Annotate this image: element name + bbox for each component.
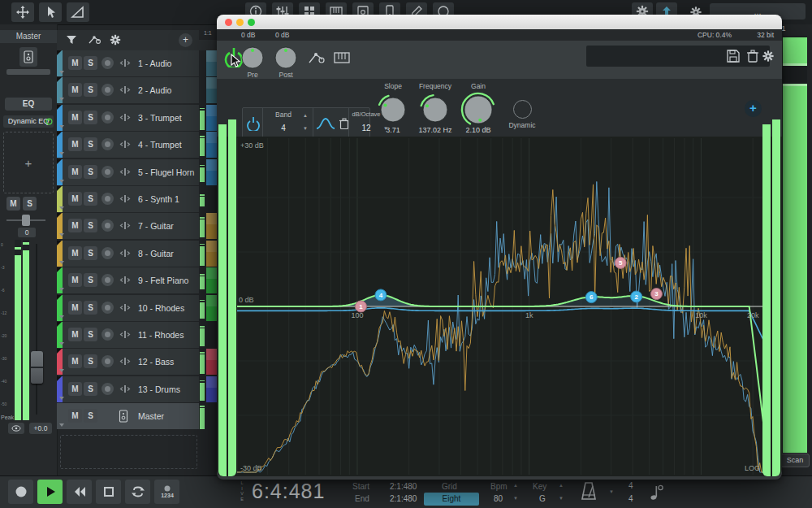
track-expand-arrow[interactable] <box>59 423 64 427</box>
track-expand-arrow[interactable] <box>59 152 64 155</box>
track-solo-button[interactable]: S <box>84 301 97 315</box>
meter-scale-label[interactable]: -50 <box>1 402 11 406</box>
dynamic-label[interactable]: Dynamic <box>498 121 546 129</box>
monitor-icon[interactable] <box>119 112 132 123</box>
end-label[interactable]: End <box>355 494 369 503</box>
plugin-settings-gear-icon[interactable] <box>761 49 775 63</box>
seg[interactable] <box>348 108 349 139</box>
track-expand-arrow[interactable] <box>59 233 64 237</box>
band-up-arrow[interactable]: ▲ <box>303 113 308 118</box>
tempo-note-icon[interactable] <box>648 483 667 502</box>
track-name[interactable]: 11 - Rhodes <box>138 322 184 348</box>
track-mini-meter-peak[interactable] <box>200 380 205 382</box>
track-mini-meter-peak[interactable] <box>200 406 205 407</box>
record-arm-dot[interactable] <box>105 332 110 337</box>
track-solo-button[interactable]: S <box>84 219 97 232</box>
minimize-button[interactable] <box>236 19 244 26</box>
filter-icon[interactable] <box>65 34 78 46</box>
plugin-info-bar[interactable]: 0 dB0 dBCPU: 0.4%32 bit <box>217 29 782 41</box>
track-expand-arrow[interactable] <box>59 206 64 210</box>
clip-block-hi[interactable] <box>206 77 217 89</box>
record-arm-button[interactable] <box>102 302 114 314</box>
track-mini-meter-peak[interactable] <box>200 326 205 328</box>
post-knob[interactable] <box>270 42 301 73</box>
track-solo-button[interactable]: S <box>84 165 97 179</box>
pan-handle[interactable] <box>22 215 30 226</box>
track-expand-arrow[interactable] <box>59 180 64 183</box>
channel-meter-fill[interactable] <box>15 255 21 420</box>
track-name[interactable]: 8 - Guitar <box>138 241 174 267</box>
frequency-knob[interactable] <box>418 93 452 127</box>
channel-meter-peak[interactable] <box>15 247 21 250</box>
seg[interactable] <box>262 108 263 139</box>
track-mini-meter[interactable] <box>200 408 205 429</box>
track-mute-button[interactable]: M <box>68 137 82 151</box>
insert-add-slot[interactable]: + <box>3 132 54 193</box>
pre-knob[interactable] <box>237 42 268 73</box>
keyboard-icon[interactable] <box>334 52 350 64</box>
track-row[interactable]: MS9 - Felt Piano <box>57 267 199 293</box>
eq-band-node[interactable]: 1 <box>355 301 366 312</box>
track-mute-button[interactable]: M <box>68 328 82 341</box>
bell-curve-icon[interactable] <box>316 116 335 131</box>
record-arm-dot[interactable] <box>105 196 110 202</box>
track-row[interactable]: MS5 - Flugel Horn <box>57 159 199 185</box>
plugin-level-meter[interactable] <box>762 119 780 476</box>
track-mini-meter[interactable] <box>200 276 205 289</box>
track-row[interactable]: MS2 - Audio <box>57 77 199 103</box>
track-mini-meter-peak[interactable] <box>200 352 205 354</box>
track-mute-button[interactable]: M <box>68 273 82 287</box>
track-solo-button[interactable]: S <box>84 328 97 341</box>
gain-knob[interactable] <box>460 91 497 128</box>
count-in-button[interactable]: 1234 <box>154 480 179 504</box>
band-label[interactable]: Band <box>266 111 301 119</box>
monitor-icon[interactable] <box>119 58 132 68</box>
automation-icon[interactable] <box>308 50 326 67</box>
meter-scale-label[interactable]: -6 <box>1 288 11 293</box>
seg[interactable] <box>313 108 313 139</box>
clip-block-hi[interactable] <box>206 241 217 252</box>
monitor-icon[interactable] <box>119 248 132 258</box>
meter-scale-label[interactable]: 0 <box>1 242 11 247</box>
outer-meter-peak-line[interactable] <box>783 63 807 66</box>
track-mute-button[interactable]: M <box>68 165 82 179</box>
clip-corner[interactable] <box>57 50 62 55</box>
slope-label[interactable]: Slope <box>369 82 417 90</box>
grid-value-button[interactable]: Eight <box>424 493 479 506</box>
loop-button[interactable] <box>125 480 150 504</box>
automation-icon[interactable] <box>88 34 101 46</box>
record-arm-dot[interactable] <box>105 87 110 93</box>
track-name[interactable]: 7 - Guitar <box>138 213 174 239</box>
zoom-button[interactable] <box>248 19 255 26</box>
record-arm-button[interactable] <box>102 219 114 232</box>
peak-label[interactable]: Peak <box>1 415 14 420</box>
track-solo-button[interactable]: S <box>84 192 97 206</box>
meter-scale-label[interactable]: -3 <box>1 265 11 270</box>
plugin-window[interactable]: 0 dB0 dBCPU: 0.4%32 bitPrePostBand4▲▼dB/… <box>217 15 782 480</box>
track-row[interactable]: MSMaster <box>57 403 199 429</box>
save-preset-icon[interactable] <box>726 49 741 63</box>
track-mini-meter-peak[interactable] <box>200 165 205 167</box>
clip-corner[interactable] <box>57 186 62 191</box>
track-mute-button[interactable]: M <box>68 111 82 124</box>
track-solo-button[interactable]: S <box>84 111 97 124</box>
stop-button[interactable] <box>96 480 121 504</box>
eq-band-node[interactable]: 2 <box>631 291 642 302</box>
key-up-arrow[interactable]: ▲ <box>559 483 564 488</box>
dynamic-toggle[interactable] <box>513 100 532 119</box>
clip-corner[interactable] <box>57 322 62 327</box>
track-mute-button[interactable]: M <box>68 354 82 368</box>
eq-button[interactable]: EQ <box>5 98 52 111</box>
plugin-graph-area[interactable]: 146235+30 dB0 dB-30 dBLOG1001k10k20k <box>217 137 782 476</box>
fader-handle-line[interactable] <box>31 367 43 368</box>
track-mini-meter-peak[interactable] <box>200 300 205 302</box>
plugin-meter-bar[interactable] <box>228 119 236 476</box>
fade-tool[interactable] <box>67 2 89 22</box>
record-arm-button[interactable] <box>102 274 114 286</box>
meter-mode-button[interactable] <box>8 423 24 434</box>
move-tool[interactable] <box>11 2 34 22</box>
track-row[interactable]: MS8 - Guitar <box>57 241 199 267</box>
scan-button[interactable]: Scan <box>780 454 810 467</box>
key-label[interactable]: Key <box>533 482 546 491</box>
track-solo-button[interactable]: S <box>84 56 97 70</box>
